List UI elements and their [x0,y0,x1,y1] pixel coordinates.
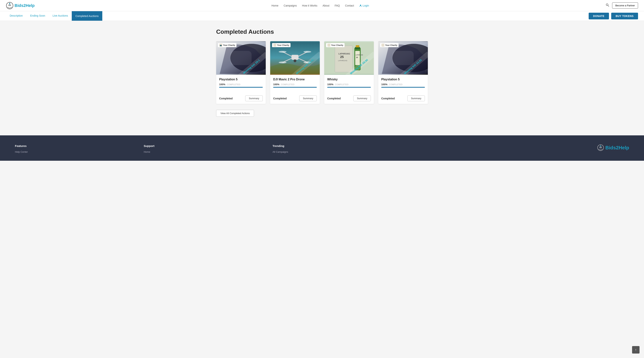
main-content: Completed Auctions [210,21,434,135]
card-body-2: DJI Mavic 2 Pro Drone 100% COMPLETED [270,75,320,94]
svg-text:LAPHROAIG: LAPHROAIG [338,53,350,55]
nav-about[interactable]: About [322,4,330,7]
completed-status-3: Completed [327,97,341,100]
nav-links: Home Campaigns How it Works About FAQ Co… [272,4,369,7]
progress-bar-wrap-3 [327,87,371,88]
svg-point-17 [279,51,286,53]
card-footer-2: Completed Summary [270,94,320,104]
progress-bar-fill-1 [219,87,263,88]
footer-logo-part1: Bids [606,145,616,150]
become-partner-button[interactable]: Become a Partner [612,3,638,9]
charity-logo-icon: 📺 [219,44,222,47]
charity-logo-icon-4 [382,44,384,47]
footer-col-title-features: Features [15,144,129,148]
sub-navigation: Description Ending Soon Live Auctions Co… [0,11,644,21]
completed-status-1: Completed [219,97,232,100]
progress-row-3: 100% COMPLETED [327,83,371,86]
logo[interactable]: Bids2Help [6,2,35,9]
svg-rect-34 [328,44,330,47]
logo-icon [6,2,14,9]
svg-text:25: 25 [356,57,358,58]
summary-button-2[interactable]: Summary [299,96,317,101]
card-body-1: Playstation 5 100% COMPLETED [216,75,266,94]
search-button[interactable] [606,3,609,8]
svg-rect-8 [230,51,252,65]
nav-how-it-works[interactable]: How it Works [302,4,317,7]
nav-contact[interactable]: Contact [345,4,354,7]
charity-logo-icon-2 [273,44,276,47]
auction-card-ps5-2: Your Charity Winning bid: £1.01 Playstat… [378,41,428,104]
svg-text:LAPHROAIG: LAPHROAIG [356,54,363,56]
nav-login[interactable]: Login [359,4,369,7]
svg-rect-24 [335,46,352,72]
svg-point-21 [294,60,296,62]
progress-bar-fill-2 [273,87,317,88]
progress-row-1: 100% COMPLETED [219,83,263,86]
footer-link-help-center[interactable]: Help Center [15,150,129,153]
completed-status-2: Completed [273,97,286,100]
svg-text:25: 25 [340,55,344,59]
footer: Features Help Center Support Home Trendi… [0,135,644,161]
progress-pct-1: 100% [219,83,225,86]
footer-link-all-campaigns[interactable]: All Campaigns [272,150,386,153]
progress-pct-2: 100% [273,83,279,86]
tab-live-auctions[interactable]: Live Auctions [49,11,72,21]
footer-logo: Bids2Help [597,144,629,151]
card-image-whisky: LAPHROAIG 25 LAPHROAIG LAPHROAIG 25 [324,41,374,75]
footer-col-features: Features Help Center [15,144,129,155]
charity-badge-1: 📺 Your Charity [218,43,236,47]
tab-ending-soon[interactable]: Ending Soon [26,11,49,21]
tab-description[interactable]: Description [6,11,26,21]
card-image-ps5-2: Your Charity Winning bid: £1.01 [378,41,428,75]
buy-tokens-button[interactable]: BUY TOKENS [611,13,638,20]
progress-label-3: COMPLETED [335,83,348,86]
svg-rect-12 [292,55,298,60]
footer-logo-part3: Help [619,145,629,150]
progress-row-2: 100% COMPLETED [273,83,317,86]
donate-button[interactable]: DONATE [589,13,609,20]
svg-point-3 [360,5,361,6]
summary-button-4[interactable]: Summary [407,96,425,101]
footer-logo-area: Bids2Help [402,144,629,155]
top-navigation: Bids2Help Home Campaigns How it Works Ab… [0,0,644,11]
svg-text:📺: 📺 [220,44,222,47]
nav-campaigns[interactable]: Campaigns [284,4,297,7]
view-all-completed-button[interactable]: View All Completed Actions [216,110,254,117]
progress-label-1: COMPLETED [227,83,240,86]
footer-col-title-trending: Trending [272,144,386,148]
card-title-4: Playstation 5 [381,78,425,81]
progress-bar-fill-4 [381,87,425,88]
card-title-2: DJI Mavic 2 Pro Drone [273,78,317,81]
card-body-4: Playstation 5 100% COMPLETED [378,75,428,94]
nav-home[interactable]: Home [272,4,278,7]
charity-badge-2: Your Charity [272,43,290,47]
logo-text-part3: Help [26,3,35,8]
card-title-1: Playstation 5 [219,78,263,81]
charity-badge-3: Your Charity [326,43,344,47]
search-icon [606,3,609,7]
progress-row-4: 100% COMPLETED [381,83,425,86]
tab-completed-auctions[interactable]: Completed Auctions [72,11,102,21]
svg-line-5 [608,6,609,7]
footer-logo-part2: 2 [616,145,618,150]
progress-pct-3: 100% [327,83,333,86]
svg-rect-22 [273,44,276,47]
card-footer-3: Completed Summary [324,94,374,104]
svg-point-4 [606,4,608,6]
card-footer-4: Completed Summary [378,94,428,104]
nav-faq[interactable]: FAQ [335,4,340,7]
card-image-ps5-1: 📺 Your Charity Winning bid: £0.1 [216,41,266,75]
user-icon [359,4,362,7]
svg-text:LAPHROAIG: LAPHROAIG [338,60,347,62]
completed-status-4: Completed [381,97,395,100]
progress-bar-wrap-2 [273,87,317,88]
card-footer-1: Completed Summary [216,94,266,104]
svg-rect-33 [356,45,359,47]
footer-col-trending: Trending All Campaigns [272,144,386,155]
footer-logo-icon [597,144,604,151]
summary-button-1[interactable]: Summary [245,96,263,101]
auction-card-ps5-1: 📺 Your Charity Winning bid: £0.1 Playsta… [216,41,266,104]
summary-button-3[interactable]: Summary [353,96,371,101]
svg-rect-38 [382,44,384,47]
footer-link-home[interactable]: Home [144,150,258,153]
